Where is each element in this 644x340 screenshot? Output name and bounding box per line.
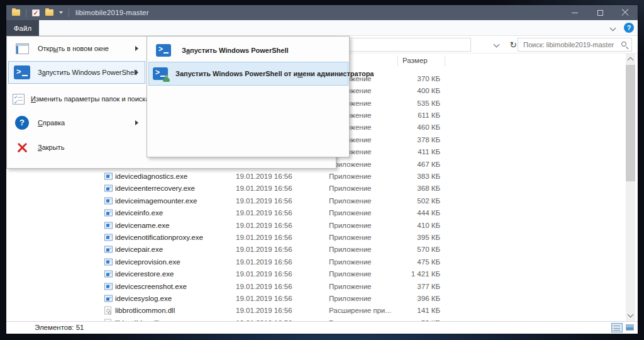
ribbon-menu-bar: Файл ? <box>6 20 638 36</box>
application-file-icon <box>104 222 113 229</box>
column-separator[interactable] <box>397 55 398 66</box>
file-name: idevicepair.exe <box>115 246 163 253</box>
file-size: 368 КБ <box>358 184 440 192</box>
scrollbar-thumb[interactable] <box>626 65 635 181</box>
minimize-icon <box>572 13 578 13</box>
title-bar[interactable]: ✓ libimobile2019-master <box>6 5 638 20</box>
properties-check-icon[interactable]: ✓ <box>32 9 40 16</box>
close-red-icon <box>16 142 28 154</box>
help-icon: ? <box>15 116 29 130</box>
menu-item-close[interactable]: Закрыть <box>8 137 145 157</box>
file-size: 502 КБ <box>358 197 440 205</box>
menu-item-help[interactable]: ? Справка <box>8 113 145 133</box>
file-row[interactable]: idevicename.exe19.01.2019 16:56Приложени… <box>6 219 626 231</box>
file-row[interactable]: libbrotlicommon.dll19.01.2019 16:56Расши… <box>6 305 626 317</box>
file-row[interactable]: idevicediagnostics.exe19.01.2019 16:56Пр… <box>6 170 626 182</box>
help-button[interactable]: ? <box>624 23 634 33</box>
file-size: 535 КБ <box>358 99 440 107</box>
file-name: idevicesyslog.exe <box>115 295 172 302</box>
scroll-down-arrow-icon[interactable] <box>628 312 634 318</box>
file-size: 377 КБ <box>358 283 440 290</box>
vertical-scrollbar[interactable] <box>626 54 635 321</box>
column-header-size[interactable]: Размер <box>397 54 445 68</box>
quick-access-toolbar: ✓ <box>6 9 69 17</box>
file-size: 395 КБ <box>358 234 440 241</box>
file-name: ideviceimagemounter.exe <box>115 197 197 205</box>
file-row[interactable]: idevicescreenshot.exe19.01.2019 16:56При… <box>6 280 626 292</box>
menu-item-folder-options[interactable]: ✓✓ Изменить параметры папок и поиска <box>8 89 145 108</box>
file-size: 383 КБ <box>358 173 440 180</box>
file-row[interactable]: idevicenotificationproxy.exe19.01.2019 1… <box>6 231 626 243</box>
admin-person-icon <box>163 75 170 82</box>
file-name: libbrotlicommon.dll <box>115 307 175 314</box>
search-box[interactable] <box>518 38 632 52</box>
application-file-icon <box>104 258 113 265</box>
file-size: 400 КБ <box>358 87 440 94</box>
file-size: 475 КБ <box>358 258 440 266</box>
submenu-arrow-icon <box>135 46 138 51</box>
file-row[interactable]: ideviceprovision.exe19.01.2019 16:56Прил… <box>6 256 626 268</box>
dll-file-icon <box>104 307 111 315</box>
search-input[interactable] <box>523 38 616 51</box>
status-bar: Элементов: 51 <box>6 321 638 334</box>
application-file-icon <box>104 234 113 241</box>
file-row[interactable]: ideviceimagemounter.exe19.01.2019 16:56П… <box>6 195 626 207</box>
column-separator[interactable] <box>445 55 445 66</box>
file-date: 19.01.2019 16:56 <box>236 270 292 278</box>
file-name: idevicediagnostics.exe <box>115 173 187 180</box>
file-size: 410 КБ <box>358 222 440 229</box>
file-name: idevicerestore.exe <box>115 270 174 278</box>
file-row[interactable]: idevicerestore.exe19.01.2019 16:56Прилож… <box>6 268 626 280</box>
customize-chevron-icon[interactable] <box>59 11 63 14</box>
file-date: 19.01.2019 16:56 <box>236 197 292 205</box>
file-date: 19.01.2019 16:56 <box>236 258 292 266</box>
file-size: 411 КБ <box>358 148 440 156</box>
file-menu-tab[interactable]: Файл <box>6 20 39 36</box>
application-file-icon <box>104 295 113 302</box>
file-name: ideviceinfo.exe <box>115 209 163 217</box>
application-file-icon <box>104 210 113 217</box>
file-row[interactable]: idevicepair.exe19.01.2019 16:56Приложени… <box>6 244 626 256</box>
application-file-icon <box>104 197 113 204</box>
toolbar-separator <box>69 9 69 17</box>
file-row[interactable]: ideviceenterrecovery.exe19.01.2019 16:56… <box>6 183 626 195</box>
close-icon <box>621 9 629 16</box>
file-size: 141 КБ <box>358 307 440 314</box>
scroll-up-arrow-icon[interactable] <box>628 57 634 64</box>
file-size: 444 КБ <box>358 209 440 217</box>
desktop-background: ✓ libimobile2019-master Файл ? ↻ <box>0 0 644 340</box>
menu-item-run-powershell[interactable]: > Запустить Windows PowerShell <box>8 61 145 84</box>
file-date: 19.01.2019 16:56 <box>236 295 292 302</box>
details-view-button[interactable] <box>611 323 623 332</box>
close-button[interactable] <box>613 5 638 20</box>
window-title: libimobile2019-master <box>75 9 149 16</box>
file-name: ideviceprovision.exe <box>115 258 180 266</box>
application-file-icon <box>104 185 113 192</box>
explorer-window: ✓ libimobile2019-master Файл ? ↻ <box>6 5 638 334</box>
new-folder-icon[interactable] <box>45 9 53 16</box>
file-row[interactable]: libbrotlidec.dll19.01.2019 16:56Расширен… <box>6 317 626 321</box>
file-size: 570 КБ <box>358 246 440 253</box>
expand-ribbon-chevron-icon[interactable] <box>610 25 616 31</box>
submenu-arrow-icon <box>135 120 138 125</box>
thumbnails-view-button[interactable] <box>625 323 636 332</box>
file-date: 19.01.2019 16:56 <box>236 209 292 217</box>
items-count-label: Элементов: 51 <box>35 324 84 331</box>
powershell-icon: > <box>14 65 30 79</box>
file-row[interactable]: ideviceinfo.exe19.01.2019 16:56Приложени… <box>6 207 626 218</box>
submenu-item-run-powershell[interactable]: > Запустить Windows PowerShell <box>148 38 348 62</box>
image-icon <box>626 324 634 331</box>
file-name: idevicescreenshot.exe <box>115 283 187 290</box>
maximize-button[interactable] <box>587 5 613 20</box>
address-dropdown-chevron-icon[interactable] <box>494 42 500 48</box>
file-date: 19.01.2019 16:56 <box>236 246 292 253</box>
minimize-button[interactable] <box>562 5 587 20</box>
toolbar-separator <box>26 9 26 17</box>
submenu-item-run-powershell-admin[interactable]: > Запустить Windows PowerShell от имени … <box>148 62 348 86</box>
file-row[interactable]: idevicesyslog.exe19.01.2019 16:56Приложе… <box>6 292 626 304</box>
submenu-arrow-icon <box>135 70 138 75</box>
maximize-icon <box>597 10 603 16</box>
menu-item-open-new-window[interactable]: Открыть в новом окне <box>8 38 145 59</box>
file-date: 19.01.2019 16:56 <box>236 173 292 180</box>
powershell-submenu: > Запустить Windows PowerShell > Запусти… <box>147 36 350 157</box>
